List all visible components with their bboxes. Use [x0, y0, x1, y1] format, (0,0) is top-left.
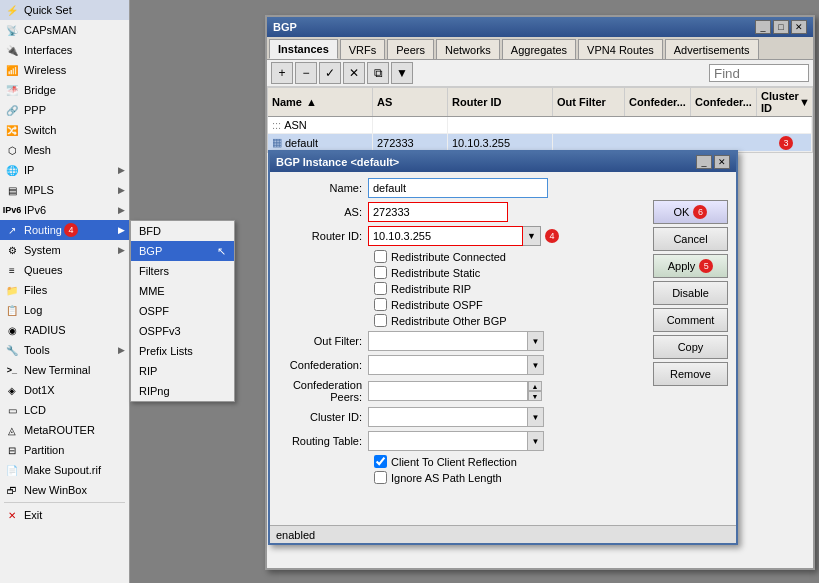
copy-button[interactable]: Copy — [653, 335, 728, 359]
sidebar-item-dot1x[interactable]: ◈ Dot1X — [0, 380, 129, 400]
sidebar-item-mpls[interactable]: ▤ MPLS ▶ — [0, 180, 129, 200]
as-input[interactable] — [368, 202, 508, 222]
toolbar-disable-btn[interactable]: ✕ — [343, 62, 365, 84]
sidebar-item-exit[interactable]: ✕ Exit — [0, 505, 129, 525]
submenu-item-filters[interactable]: Filters — [131, 261, 234, 281]
col-out-filter-label: Out Filter — [557, 96, 606, 108]
sidebar-item-ipv6[interactable]: IPv6 IPv6 ▶ — [0, 200, 129, 220]
name-label: Name: — [278, 182, 368, 194]
name-input[interactable] — [368, 178, 548, 198]
spin-up-btn[interactable]: ▲ — [528, 381, 542, 391]
redist-rip-checkbox[interactable] — [374, 282, 387, 295]
sidebar-item-make-supout[interactable]: 📄 Make Supout.rif — [0, 460, 129, 480]
system-arrow: ▶ — [118, 245, 125, 255]
cancel-label: Cancel — [673, 233, 707, 245]
confederation-input[interactable] — [368, 355, 528, 375]
toolbar-filter-btn[interactable]: ▼ — [391, 62, 413, 84]
router-id-input[interactable] — [368, 226, 523, 246]
bgp-maximize-btn[interactable]: □ — [773, 20, 789, 34]
sidebar-item-log[interactable]: 📋 Log — [0, 300, 129, 320]
row-default-as: 272333 — [373, 134, 448, 151]
apply-button[interactable]: Apply 5 — [653, 254, 728, 278]
tab-vpn4-routes[interactable]: VPN4 Routes — [578, 39, 663, 59]
routing-table-btn[interactable]: ▼ — [528, 431, 544, 451]
sidebar-item-mesh[interactable]: ⬡ Mesh — [0, 140, 129, 160]
disable-button[interactable]: Disable — [653, 281, 728, 305]
sidebar-item-queues[interactable]: ≡ Queues — [0, 260, 129, 280]
bgp-minimize-btn[interactable]: _ — [755, 20, 771, 34]
ok-button[interactable]: OK 6 — [653, 200, 728, 224]
tab-peers[interactable]: Peers — [387, 39, 434, 59]
radius-icon: ◉ — [4, 322, 20, 338]
bgp-close-btn[interactable]: ✕ — [791, 20, 807, 34]
client-to-client-checkbox[interactable] — [374, 455, 387, 468]
cluster-id-input[interactable] — [368, 407, 528, 427]
submenu-item-ospfv3[interactable]: OSPFv3 — [131, 321, 234, 341]
tab-aggregates[interactable]: Aggregates — [502, 39, 576, 59]
dialog-body: OK 6 Cancel Apply 5 Disable Comment Copy… — [270, 172, 736, 493]
remove-button[interactable]: Remove — [653, 362, 728, 386]
comment-button[interactable]: Comment — [653, 308, 728, 332]
submenu-item-rip[interactable]: RIP — [131, 361, 234, 381]
submenu-item-ospf[interactable]: OSPF — [131, 301, 234, 321]
out-filter-input[interactable] — [368, 331, 528, 351]
col-confeder1: Confeder... — [625, 88, 691, 116]
submenu-label-bgp: BGP — [139, 245, 162, 257]
ignore-as-path-checkbox[interactable] — [374, 471, 387, 484]
routing-table-row: Routing Table: ▼ — [278, 431, 646, 451]
sidebar-item-radius[interactable]: ◉ RADIUS — [0, 320, 129, 340]
router-id-dropdown-btn[interactable]: ▼ — [523, 226, 541, 246]
spin-down-btn[interactable]: ▼ — [528, 391, 542, 401]
dialog-close-btn[interactable]: ✕ — [714, 155, 730, 169]
redist-other-bgp-checkbox[interactable] — [374, 314, 387, 327]
submenu-item-bfd[interactable]: BFD — [131, 221, 234, 241]
sidebar-item-routing[interactable]: ↗ Routing 4 ▶ — [0, 220, 129, 240]
submenu-item-prefix-lists[interactable]: Prefix Lists — [131, 341, 234, 361]
toolbar-enable-btn[interactable]: ✓ — [319, 62, 341, 84]
toolbar-remove-btn[interactable]: − — [295, 62, 317, 84]
routing-icon: ↗ — [4, 222, 20, 238]
sidebar-item-ppp[interactable]: 🔗 PPP — [0, 100, 129, 120]
sidebar-item-wireless[interactable]: 📶 Wireless — [0, 60, 129, 80]
redist-static-checkbox[interactable] — [374, 266, 387, 279]
sidebar-item-interfaces[interactable]: 🔌 Interfaces — [0, 40, 129, 60]
redist-other-bgp-row: Redistribute Other BGP — [278, 314, 646, 327]
redist-ospf-label: Redistribute OSPF — [391, 299, 483, 311]
submenu-item-ripng[interactable]: RIPng — [131, 381, 234, 401]
confederation-peers-input[interactable] — [368, 381, 528, 401]
search-input[interactable] — [709, 64, 809, 82]
client-to-client-label: Client To Client Reflection — [391, 456, 517, 468]
submenu-item-bgp[interactable]: BGP ↖ — [131, 241, 234, 261]
out-filter-btn[interactable]: ▼ — [528, 331, 544, 351]
tab-vrfs[interactable]: VRFs — [340, 39, 386, 59]
col-dropdown-arrow[interactable]: ▼ — [799, 96, 810, 108]
redist-ospf-checkbox[interactable] — [374, 298, 387, 311]
cancel-button[interactable]: Cancel — [653, 227, 728, 251]
submenu-item-mme[interactable]: MME — [131, 281, 234, 301]
sidebar-item-partition[interactable]: ⊟ Partition — [0, 440, 129, 460]
sidebar-item-switch[interactable]: 🔀 Switch — [0, 120, 129, 140]
routing-table-input[interactable] — [368, 431, 528, 451]
sidebar-item-system[interactable]: ⚙ System ▶ — [0, 240, 129, 260]
sidebar-item-new-winbox[interactable]: 🗗 New WinBox — [0, 480, 129, 500]
confederation-btn[interactable]: ▼ — [528, 355, 544, 375]
sidebar-item-ip[interactable]: 🌐 IP ▶ — [0, 160, 129, 180]
sidebar-item-bridge[interactable]: 🌁 Bridge — [0, 80, 129, 100]
tab-instances[interactable]: Instances — [269, 39, 338, 59]
sidebar-item-tools[interactable]: 🔧 Tools ▶ — [0, 340, 129, 360]
sidebar-item-capsman[interactable]: 📡 CAPsMAN — [0, 20, 129, 40]
tab-networks[interactable]: Networks — [436, 39, 500, 59]
tab-advertisements[interactable]: Advertisements — [665, 39, 759, 59]
toolbar-copy-btn[interactable]: ⧉ — [367, 62, 389, 84]
redist-connected-checkbox[interactable] — [374, 250, 387, 263]
sidebar-item-new-terminal[interactable]: >_ New Terminal — [0, 360, 129, 380]
sidebar-item-files[interactable]: 📁 Files — [0, 280, 129, 300]
toolbar-add-btn[interactable]: + — [271, 62, 293, 84]
dialog-minimize-btn[interactable]: _ — [696, 155, 712, 169]
sidebar-item-metarouter[interactable]: ◬ MetaROUTER — [0, 420, 129, 440]
ok-label: OK — [674, 206, 690, 218]
sidebar-item-lcd[interactable]: ▭ LCD — [0, 400, 129, 420]
cluster-id-btn[interactable]: ▼ — [528, 407, 544, 427]
sidebar-item-quickset[interactable]: ⚡ Quick Set — [0, 0, 129, 20]
table-row-asn[interactable]: ::: ASN — [268, 117, 812, 134]
